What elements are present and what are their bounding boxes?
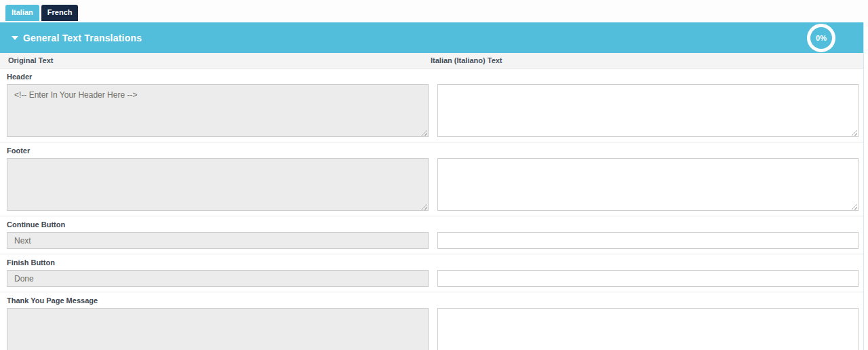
translation-row-header: Header [0,69,863,142]
panel-title: General Text Translations [23,33,142,43]
translation-textarea-footer[interactable] [437,158,859,211]
tab-french[interactable]: French [41,5,79,21]
row-label: Continue Button [7,220,863,229]
language-tabs: ItalianFrench [0,0,868,22]
translation-textarea-header[interactable] [437,84,859,137]
translation-row-footer: Footer [0,142,863,216]
row-label: Finish Button [7,258,863,267]
row-label: Footer [7,147,863,155]
progress-badge: 0% [807,24,835,52]
translations-panel: General Text Translations 0% Original Te… [0,22,864,350]
column-translation-text: Italian (Italiano) Text [431,56,863,64]
translation-row-thank-you-page-message: Thank You Page Message⤡ [0,292,863,350]
original-textarea-footer [7,158,429,211]
translation-input-continue-button[interactable] [437,232,859,249]
translation-row-finish-button: Finish Button [0,254,863,292]
column-original-text: Original Text [0,56,431,64]
row-label: Thank You Page Message [7,296,863,305]
tab-italian[interactable]: Italian [5,5,39,21]
panel-header[interactable]: General Text Translations 0% [0,22,863,53]
original-input-continue-button [7,232,429,249]
row-label: Header [7,73,863,81]
translation-textarea-thank-you-page-message[interactable] [437,308,859,350]
original-textarea-header [7,84,429,137]
caret-down-icon [12,36,18,40]
original-textarea-thank-you-page-message [7,308,429,350]
rows: HeaderFooterContinue ButtonFinish Button… [0,69,863,350]
translation-row-continue-button: Continue Button [0,216,863,254]
progress-value: 0% [816,34,827,42]
column-header-row: Original Text Italian (Italiano) Text [0,53,863,69]
original-input-finish-button [7,270,429,287]
translation-input-finish-button[interactable] [437,270,859,287]
